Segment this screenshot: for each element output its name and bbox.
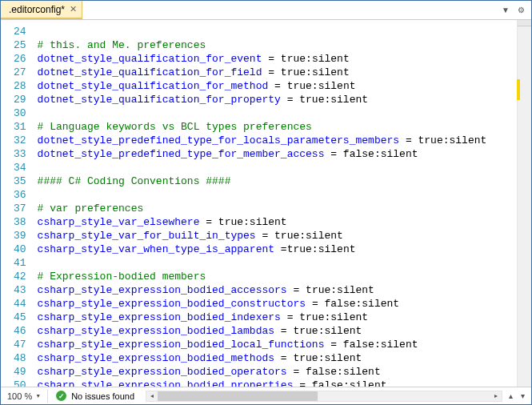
code-line[interactable]: csharp_style_expression_bodied_indexers … [38,311,514,324]
scrollbar-thumb[interactable] [158,391,318,401]
code-line[interactable]: dotnet_style_qualification_for_method = … [38,79,514,93]
line-number: 28 [14,79,26,93]
code-line[interactable]: csharp_style_expression_bodied_methods =… [38,351,514,365]
line-number: 42 [14,270,26,283]
code-line[interactable]: csharp_style_var_when_type_is_apparent =… [38,243,514,256]
line-number: 49 [14,365,26,379]
code-line[interactable]: #### C# Coding Conventions #### [38,174,514,188]
line-number: 47 [14,338,26,351]
line-number: 36 [14,188,26,202]
line-number: 35 [14,174,26,188]
line-number: 26 [14,52,26,66]
zoom-dropdown[interactable]: 100 % ▼ [1,391,47,401]
status-bar: 100 % ▼ ✓ No issues found ◂ ▸ ▴ ▾ [1,387,531,404]
scroll-up-icon[interactable]: ▴ [506,390,516,402]
status-end-controls: ▴ ▾ [506,390,531,402]
line-number: 27 [14,66,26,79]
code-line[interactable]: csharp_style_expression_bodied_local_fun… [38,338,514,351]
code-line[interactable] [38,188,514,202]
file-tab[interactable]: .editorconfig* ✕ [1,1,82,19]
line-number: 31 [14,120,26,134]
line-number: 37 [14,202,26,215]
line-number: 50 [14,379,26,387]
code-area[interactable]: # this. and Me. preferencesdotnet_style_… [34,20,517,387]
gear-icon[interactable]: ⚙ [514,4,528,16]
close-icon[interactable]: ✕ [70,4,77,14]
line-number: 33 [14,147,26,161]
code-line[interactable]: dotnet_style_qualification_for_field = t… [38,66,514,79]
change-marker-icon [517,79,520,100]
code-line[interactable]: csharp_style_expression_bodied_construct… [38,297,514,311]
line-number: 45 [14,311,26,324]
issues-text: No issues found [71,391,134,401]
code-line[interactable]: dotnet_style_qualification_for_event = t… [38,52,514,66]
code-line[interactable]: dotnet_style_predefined_type_for_member_… [38,147,514,161]
horizontal-scrollbar[interactable]: ◂ ▸ [146,391,502,402]
issues-status[interactable]: ✓ No issues found [48,391,142,401]
line-number: 40 [14,243,26,256]
vertical-scrollbar[interactable] [517,20,531,387]
code-line[interactable]: # Expression-bodied members [38,270,514,283]
scroll-right-icon[interactable]: ▸ [490,391,502,401]
code-line[interactable]: csharp_style_expression_bodied_lambdas =… [38,324,514,338]
code-line[interactable]: # this. and Me. preferences [38,38,514,52]
line-number: 39 [14,229,26,243]
line-number: 48 [14,351,26,365]
code-line[interactable]: # var preferences [38,202,514,215]
line-number: 38 [14,215,26,229]
line-number-gutter: 2425262728293031323334353637383940414243… [1,20,34,387]
check-icon: ✓ [56,391,66,401]
line-number: 34 [14,161,26,174]
code-line[interactable] [38,256,514,270]
tab-bar-controls: ▼ ⚙ [498,4,531,16]
dropdown-icon[interactable]: ▼ [498,4,513,16]
line-number: 24 [14,25,26,38]
code-line[interactable]: dotnet_style_qualification_for_property … [38,93,514,106]
chevron-down-icon: ▼ [35,393,41,399]
code-line[interactable]: csharp_style_expression_bodied_accessors… [38,283,514,297]
line-number: 46 [14,324,26,338]
code-line[interactable]: csharp_style_var_for_built_in_types = tr… [38,229,514,243]
code-line[interactable] [38,106,514,120]
code-line[interactable]: dotnet_style_predefined_type_for_locals_… [38,134,514,147]
line-number: 32 [14,134,26,147]
code-line[interactable]: csharp_style_var_elsewhere = true:silent [38,215,514,229]
code-line[interactable]: csharp_style_expression_bodied_propertie… [38,379,514,387]
code-line[interactable]: csharp_style_expression_bodied_operators… [38,365,514,379]
line-number: 30 [14,106,26,120]
line-number: 41 [14,256,26,270]
line-number: 25 [14,38,26,52]
scroll-down-icon[interactable]: ▾ [518,390,528,402]
tab-title: .editorconfig* [9,4,65,15]
line-number: 43 [14,283,26,297]
tab-bar: .editorconfig* ✕ ▼ ⚙ [1,1,531,20]
line-number: 44 [14,297,26,311]
code-line[interactable] [38,161,514,174]
scroll-left-icon[interactable]: ◂ [146,391,158,401]
code-line[interactable] [38,25,514,38]
line-number: 29 [14,93,26,106]
editor: 2425262728293031323334353637383940414243… [1,20,531,387]
split-handle-icon[interactable] [518,20,531,26]
code-line[interactable]: # Language keywords vs BCL types prefere… [38,120,514,134]
zoom-value: 100 % [7,391,32,401]
